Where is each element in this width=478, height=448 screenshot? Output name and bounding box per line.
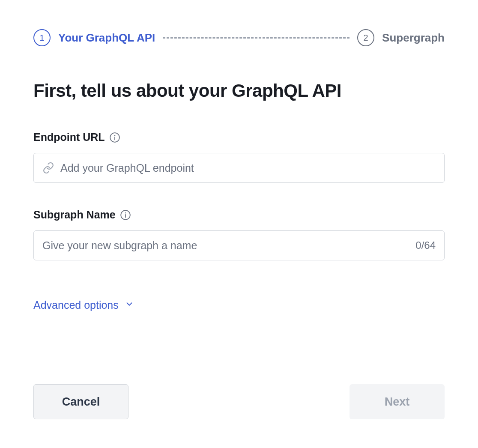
stepper: 1 Your GraphQL API 2 Supergraph [33,29,445,46]
endpoint-url-label: Endpoint URL [33,131,105,143]
char-counter: 0/64 [410,239,436,251]
subgraph-name-label-row: Subgraph Name [33,209,445,221]
endpoint-url-label-row: Endpoint URL [33,131,445,143]
info-icon[interactable] [120,209,131,221]
step-1-label: Your GraphQL API [58,31,155,45]
step-2-number: 2 [357,29,374,46]
step-1[interactable]: 1 Your GraphQL API [33,29,155,46]
subgraph-name-label: Subgraph Name [33,209,116,221]
advanced-options-label: Advanced options [33,299,119,311]
step-1-number: 1 [33,29,51,46]
step-2[interactable]: 2 Supergraph [357,29,445,46]
advanced-options-toggle[interactable]: Advanced options [33,299,134,311]
step-2-label: Supergraph [382,31,445,45]
endpoint-url-group: Endpoint URL [33,131,445,183]
step-connector [163,37,350,39]
endpoint-url-input[interactable] [60,153,436,182]
cancel-button[interactable]: Cancel [33,384,128,419]
svg-point-5 [125,212,126,213]
info-icon[interactable] [109,132,120,143]
svg-point-2 [114,134,115,135]
subgraph-name-input-wrap[interactable]: 0/64 [33,230,445,260]
next-button[interactable]: Next [350,384,445,419]
chevron-down-icon [125,299,134,311]
link-icon [42,162,54,174]
subgraph-name-input[interactable] [42,231,410,260]
footer: Cancel Next [33,384,445,419]
endpoint-url-input-wrap[interactable] [33,153,445,183]
page-heading: First, tell us about your GraphQL API [33,81,445,101]
subgraph-name-group: Subgraph Name 0/64 [33,209,445,260]
